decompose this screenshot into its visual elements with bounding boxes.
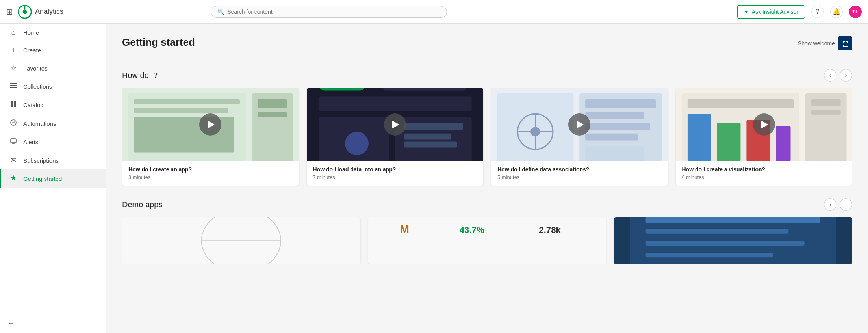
demo-card-thumb-1 — [122, 217, 360, 264]
svg-rect-29 — [404, 123, 463, 130]
help-icon[interactable]: ? — [811, 6, 824, 18]
svg-text:M: M — [400, 223, 409, 235]
svg-rect-20 — [258, 112, 287, 117]
svg-rect-24 — [383, 88, 466, 91]
collapse-icon: ← — [8, 320, 14, 327]
demo-cards-row: (YTD) M Margin (YTD) 43.7% Avg Sales / 2… — [122, 217, 852, 264]
play-button-4[interactable] — [753, 113, 775, 136]
main-content: Getting started Show welcome How do I? ‹… — [106, 24, 868, 333]
demo-apps-prev-button[interactable]: ‹ — [824, 198, 836, 211]
svg-point-28 — [345, 132, 369, 155]
sidebar-item-label: Catalog — [23, 102, 44, 108]
svg-rect-44 — [585, 147, 644, 161]
layout: ⌂ Home + Create ☆ Favorites Collections … — [0, 24, 868, 333]
sidebar-item-collections[interactable]: Collections — [0, 77, 106, 96]
top-nav: ⊞ Analytics 🔍 ✦ Ask Insight Advisor ? 🔔 … — [0, 0, 868, 24]
svg-rect-74 — [646, 253, 773, 257]
sidebar-item-getting-started[interactable]: Getting started — [0, 169, 106, 188]
sidebar-item-label: Collections — [23, 83, 52, 90]
svg-rect-31 — [404, 142, 457, 148]
video-thumb-4 — [676, 88, 853, 161]
sidebar-item-label: Create — [23, 47, 41, 54]
svg-point-1 — [23, 9, 27, 14]
how-do-i-next-button[interactable]: › — [840, 69, 852, 82]
svg-rect-55 — [811, 110, 840, 115]
video-cards-row: How do I create an app? 3 minutes Qlik — [122, 88, 852, 186]
video-title-4: How do I create a visualization? — [682, 166, 846, 173]
svg-rect-9 — [14, 104, 16, 107]
demo-card-3[interactable] — [614, 217, 852, 264]
how-do-i-prev-button[interactable]: ‹ — [824, 69, 836, 82]
video-duration-3: 5 minutes — [497, 174, 662, 180]
expand-button[interactable] — [838, 36, 852, 50]
demo-apps-nav-arrows: ‹ › — [824, 198, 852, 211]
alerts-icon — [9, 138, 18, 147]
grid-icon[interactable]: ⊞ — [6, 7, 13, 17]
sidebar-item-alerts[interactable]: Alerts — [0, 133, 106, 151]
search-bar[interactable]: 🔍 — [211, 6, 447, 18]
svg-rect-42 — [585, 123, 650, 130]
show-welcome-wrap: Show welcome — [798, 36, 852, 50]
demo-apps-next-button[interactable]: › — [840, 198, 852, 211]
how-do-i-section-header: How do I? ‹ › — [122, 69, 852, 82]
play-button-2[interactable] — [384, 113, 406, 136]
notifications-icon[interactable]: 🔔 — [830, 6, 843, 18]
demo-card-thumb-2: (YTD) M Margin (YTD) 43.7% Avg Sales / 2… — [368, 217, 606, 264]
video-thumb-1 — [122, 88, 299, 161]
sidebar-item-label: Alerts — [23, 139, 38, 145]
sidebar-collapse-button[interactable]: ← — [0, 313, 106, 333]
svg-rect-6 — [11, 101, 13, 104]
automations-icon — [9, 119, 18, 128]
svg-rect-25 — [318, 96, 471, 111]
svg-rect-5 — [10, 87, 17, 88]
video-title-1: How do I create an app? — [128, 166, 293, 173]
sidebar-item-create[interactable]: + Create — [0, 41, 106, 59]
app-name: Analytics — [35, 7, 63, 16]
svg-text:2.78k: 2.78k — [539, 225, 561, 235]
demo-card-thumb-3 — [614, 217, 852, 264]
sidebar-item-label: Getting started — [23, 175, 62, 182]
sidebar-item-automations[interactable]: Automations — [0, 114, 106, 133]
home-icon: ⌂ — [9, 28, 18, 37]
sidebar-item-label: Automations — [23, 120, 56, 127]
video-card-1[interactable]: How do I create an app? 3 minutes — [122, 88, 299, 186]
video-duration-4: 6 minutes — [682, 174, 846, 180]
svg-rect-51 — [717, 123, 740, 161]
page-header: Getting started Show welcome — [122, 36, 852, 58]
sidebar-item-label: Subscriptions — [23, 157, 59, 164]
video-card-2[interactable]: Qlik How do I loa — [307, 88, 484, 186]
sidebar-item-subscriptions[interactable]: ✉ Subscriptions — [0, 151, 106, 169]
search-input[interactable] — [227, 9, 440, 15]
sidebar-item-catalog[interactable]: Catalog — [0, 96, 106, 114]
svg-rect-49 — [687, 99, 793, 108]
play-button-3[interactable] — [568, 113, 590, 136]
svg-rect-11 — [11, 139, 16, 143]
sidebar-item-home[interactable]: ⌂ Home — [0, 24, 106, 41]
sidebar-item-label: Favorites — [23, 65, 48, 72]
catalog-icon — [9, 100, 18, 110]
demo-card-2[interactable]: (YTD) M Margin (YTD) 43.7% Avg Sales / 2… — [368, 217, 606, 264]
video-card-4[interactable]: How do I create a visualization? 6 minut… — [676, 88, 853, 186]
sidebar-item-favorites[interactable]: ☆ Favorites — [0, 59, 106, 77]
video-card-3[interactable]: How do I define data associations? 5 min… — [491, 88, 668, 186]
play-button-1[interactable] — [199, 113, 221, 136]
svg-text:43.7%: 43.7% — [459, 225, 484, 235]
svg-rect-19 — [258, 99, 287, 108]
video-info-2: How do I load data into an app? 7 minute… — [307, 161, 484, 186]
show-welcome-label: Show welcome — [798, 40, 835, 47]
insight-advisor-button[interactable]: ✦ Ask Insight Advisor — [737, 5, 805, 19]
svg-rect-16 — [134, 99, 240, 104]
svg-rect-17 — [134, 108, 228, 113]
video-duration-2: 7 minutes — [313, 174, 477, 180]
svg-rect-41 — [585, 112, 644, 119]
avatar[interactable]: TL — [849, 6, 862, 18]
how-do-i-nav-arrows: ‹ › — [824, 69, 852, 82]
demo-card-1[interactable] — [122, 217, 360, 264]
video-info-1: How do I create an app? 3 minutes — [122, 161, 299, 186]
svg-rect-73 — [646, 241, 805, 246]
subscriptions-icon: ✉ — [9, 156, 18, 165]
qlik-logo — [18, 5, 32, 19]
svg-rect-43 — [585, 134, 638, 141]
video-duration-1: 3 minutes — [128, 174, 293, 180]
svg-rect-50 — [687, 114, 711, 161]
